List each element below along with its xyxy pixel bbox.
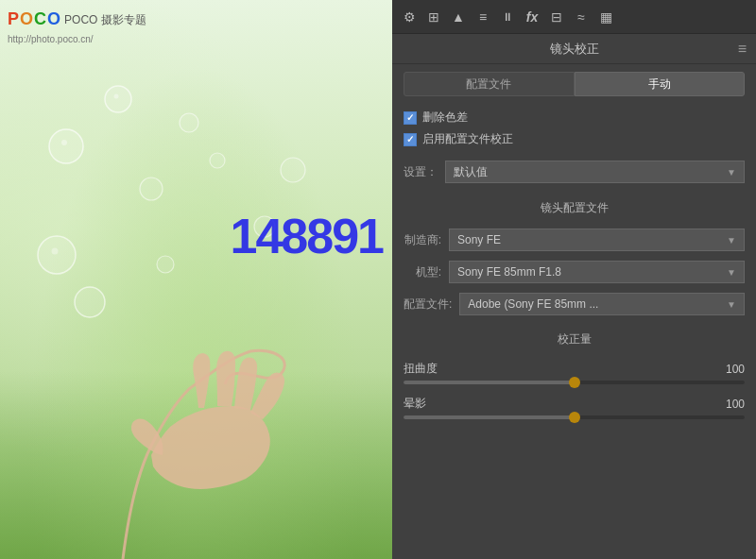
- poco-letters: P O C O: [8, 8, 60, 31]
- tab-manual[interactable]: 手动: [575, 72, 746, 96]
- toolbar: ⚙ ⊞ ▲ ≡ ⏸ fx ⊟ ≈ ▦: [392, 0, 756, 34]
- manufacturer-value: Sony FE: [457, 233, 501, 246]
- slider-section: 扭曲度 100 晕影 100: [392, 355, 756, 436]
- profile-value: Adobe (Sony FE 85mm ...: [468, 297, 598, 311]
- distortion-slider-top: 扭曲度 100: [404, 361, 745, 377]
- vignette-fill: [404, 415, 575, 419]
- lens-profile-title: 镜头配置文件: [392, 196, 756, 220]
- distortion-name: 扭曲度: [404, 361, 438, 377]
- model-dropdown[interactable]: Sony FE 85mm F1.8 ▼: [449, 261, 745, 283]
- toolbar-icon-grid[interactable]: ⊞: [424, 8, 443, 26]
- vignette-name: 晕影: [404, 396, 426, 412]
- panel-header: 镜头校正 ≡: [392, 34, 756, 64]
- tab-profile[interactable]: 配置文件: [404, 72, 575, 96]
- correction-header: 校正量: [392, 328, 756, 351]
- poco-o2: O: [47, 8, 60, 31]
- distortion-thumb[interactable]: [569, 377, 580, 388]
- distortion-slider-row: 扭曲度 100: [404, 361, 745, 384]
- settings-label: 设置：: [404, 164, 438, 180]
- right-panel: ⚙ ⊞ ▲ ≡ ⏸ fx ⊟ ≈ ▦ 镜头校正 ≡ 配置文件 手动 删除色差 启…: [392, 0, 756, 559]
- poco-logo: P O C O POCO 摄影专题: [8, 8, 146, 31]
- vignette-slider-row: 晕影 100: [404, 396, 745, 419]
- toolbar-icon-lines[interactable]: ≡: [473, 8, 492, 26]
- model-arrow: ▼: [727, 267, 736, 278]
- poco-c: C: [34, 8, 46, 31]
- photo-panel: P O C O POCO 摄影专题 http://photo.poco.cn/: [0, 0, 392, 559]
- poco-p: P: [8, 8, 19, 31]
- number-watermark: 148891: [230, 208, 383, 264]
- distortion-value: 100: [718, 363, 745, 376]
- profile-row: 配置文件: Adobe (Sony FE 85mm ... ▼: [392, 288, 756, 320]
- checkbox-remove-ca-label: 删除色差: [422, 110, 468, 126]
- toolbar-icon-fx[interactable]: fx: [523, 8, 541, 26]
- vignette-slider-top: 晕影 100: [404, 396, 745, 412]
- toolbar-icon-columns[interactable]: ⏸: [498, 8, 517, 26]
- toolbar-icon-settings[interactable]: ⚙: [400, 8, 419, 26]
- manufacturer-label: 制造商:: [404, 232, 441, 248]
- distortion-fill: [404, 381, 575, 384]
- watermark: P O C O POCO 摄影专题 http://photo.poco.cn/: [8, 8, 146, 46]
- settings-row: 设置： 默认值 ▼: [392, 155, 756, 189]
- toolbar-icon-triangle[interactable]: ▲: [449, 8, 468, 26]
- correction-section: 校正量 扭曲度 100 晕影 1: [392, 328, 756, 436]
- checkboxes-section: 删除色差 启用配置文件校正: [392, 96, 756, 155]
- checkbox-remove-ca: 删除色差: [404, 110, 745, 126]
- lens-profile-divider: 镜头配置文件: [392, 196, 756, 220]
- manufacturer-dropdown[interactable]: Sony FE ▼: [449, 229, 745, 251]
- watermark-url: http://photo.poco.cn/: [8, 33, 146, 46]
- profile-arrow: ▼: [727, 299, 736, 310]
- checkbox-enable-profile-label: 启用配置文件校正: [422, 131, 513, 147]
- checkbox-enable-profile: 启用配置文件校正: [404, 131, 745, 147]
- distortion-track[interactable]: [404, 381, 745, 384]
- toolbar-icon-camera[interactable]: ▦: [596, 8, 615, 26]
- vignette-value: 100: [718, 398, 745, 411]
- tabs-row: 配置文件 手动: [404, 72, 745, 96]
- settings-dropdown[interactable]: 默认值 ▼: [445, 161, 745, 183]
- poco-o: O: [20, 8, 33, 31]
- checkbox-remove-ca-box[interactable]: [404, 111, 417, 125]
- manufacturer-arrow: ▼: [727, 235, 736, 246]
- panel-menu-icon[interactable]: ≡: [738, 41, 747, 58]
- manufacturer-row: 制造商: Sony FE ▼: [392, 224, 756, 256]
- model-value: Sony FE 85mm F1.8: [457, 265, 561, 279]
- vignette-track[interactable]: [404, 415, 745, 419]
- panel-content[interactable]: 配置文件 手动 删除色差 启用配置文件校正 设置： 默认值 ▼ 镜头配置文件: [392, 64, 756, 559]
- watermark-subtitle: POCO 摄影专题: [64, 12, 146, 28]
- vignette-thumb[interactable]: [569, 412, 580, 423]
- settings-value: 默认值: [454, 164, 488, 180]
- profile-label: 配置文件:: [404, 296, 452, 313]
- toolbar-icon-table[interactable]: ⊟: [547, 8, 566, 26]
- panel-title: 镜头校正: [550, 41, 599, 58]
- settings-dropdown-arrow: ▼: [727, 167, 736, 178]
- checkbox-enable-profile-box[interactable]: [404, 133, 417, 146]
- model-row: 机型: Sony FE 85mm F1.8 ▼: [392, 256, 756, 288]
- profile-dropdown[interactable]: Adobe (Sony FE 85mm ... ▼: [459, 293, 745, 315]
- model-label: 机型:: [404, 264, 441, 280]
- toolbar-icon-adjust[interactable]: ≈: [572, 8, 591, 26]
